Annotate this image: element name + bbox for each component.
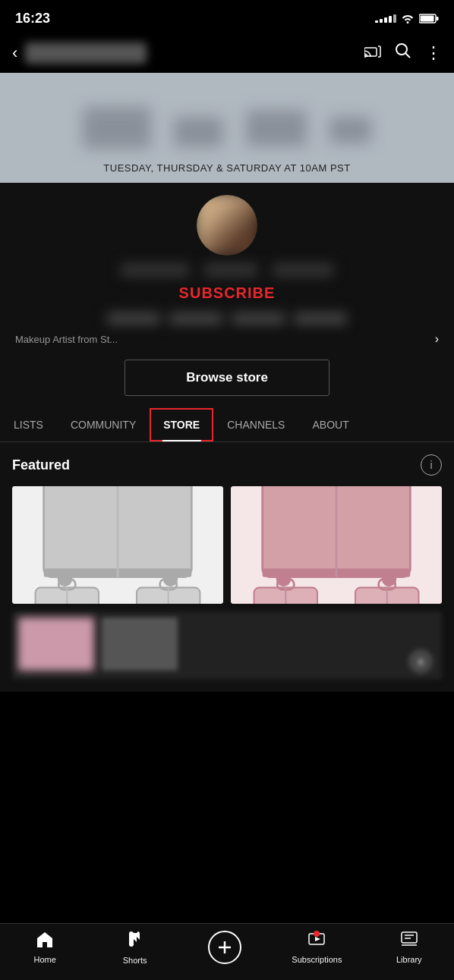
profile-section: SUBSCRIBE Makeup Artist from St... › Bro…: [0, 183, 454, 408]
create-button[interactable]: [208, 931, 241, 964]
product-card-pink[interactable]: [231, 486, 442, 604]
library-icon: [400, 931, 418, 952]
scroll-up-button[interactable]: ∧: [408, 649, 433, 674]
shorts-icon: [126, 930, 144, 953]
svg-rect-2: [437, 17, 439, 20]
signal-icon: [375, 14, 396, 23]
store-content: Featured i: [0, 442, 454, 692]
top-nav: ‹ ⋮: [0, 33, 454, 73]
status-icons: [375, 13, 439, 24]
nav-item-shorts[interactable]: Shorts: [112, 930, 158, 965]
svg-point-4: [396, 44, 407, 55]
nav-left: ‹: [12, 42, 147, 64]
home-label: Home: [34, 955, 56, 964]
product-image-grey: [12, 486, 223, 604]
back-button[interactable]: ‹: [12, 43, 17, 63]
svg-rect-36: [402, 932, 417, 943]
channel-banner: TUESDAY, THURSDAY & SATURDAY AT 10AM PST: [0, 73, 454, 183]
product-card-grey[interactable]: [12, 486, 223, 604]
banner-content: [83, 107, 371, 149]
strip-thumbnail-1: [18, 617, 94, 671]
description-text: Makeup Artist from St...: [15, 334, 118, 345]
search-button[interactable]: [395, 42, 411, 64]
subscriptions-label: Subscriptions: [292, 955, 342, 964]
shorts-label: Shorts: [123, 956, 147, 965]
subscribe-button[interactable]: SUBSCRIBE: [179, 284, 276, 302]
tab-lists[interactable]: LISTS: [0, 408, 57, 441]
bottom-nav: Home Shorts Subs: [0, 923, 454, 980]
channel-name: [25, 42, 147, 64]
channel-avatar: [197, 195, 257, 256]
nav-item-library[interactable]: Library: [386, 931, 432, 964]
nav-right: ⋮: [364, 42, 442, 64]
featured-title: Featured: [12, 457, 70, 473]
nav-item-create[interactable]: [202, 931, 247, 964]
home-icon: [36, 931, 54, 952]
channel-tabs: LISTS COMMUNITY STORE CHANNELS ABOUT: [0, 408, 454, 442]
strip-thumbnail-2: [102, 617, 178, 671]
strip-content: [12, 611, 442, 680]
channel-description: Makeup Artist from St... ›: [0, 332, 454, 346]
channel-links: [107, 313, 347, 325]
status-bar: 16:23: [0, 0, 454, 33]
tab-community[interactable]: COMMUNITY: [57, 408, 150, 441]
featured-header: Featured i: [12, 454, 442, 476]
tab-about[interactable]: ABOUT: [298, 408, 362, 441]
grey-luggage-svg: [12, 486, 223, 604]
product-image-pink: [231, 486, 442, 604]
tab-store[interactable]: STORE: [150, 408, 213, 441]
expand-description-icon[interactable]: ›: [435, 332, 439, 346]
nav-item-subscriptions[interactable]: Subscriptions: [292, 931, 342, 964]
svg-marker-35: [315, 937, 320, 941]
browse-store-button[interactable]: Browse store: [125, 360, 329, 396]
more-button[interactable]: ⋮: [425, 43, 442, 63]
status-time: 16:23: [15, 11, 50, 27]
product-grid: [12, 486, 442, 604]
featured-info-button[interactable]: i: [421, 454, 442, 476]
nav-item-home[interactable]: Home: [22, 931, 68, 964]
tab-channels[interactable]: CHANNELS: [213, 408, 298, 441]
library-label: Library: [396, 955, 422, 964]
wifi-icon: [401, 13, 415, 24]
content-strip: ∧: [12, 611, 442, 680]
channel-stats: [121, 263, 333, 277]
svg-line-5: [406, 54, 411, 58]
battery-icon: [419, 14, 439, 24]
banner-schedule-text: TUESDAY, THURSDAY & SATURDAY AT 10AM PST: [0, 162, 454, 174]
svg-rect-1: [421, 15, 434, 21]
pink-luggage-svg: [231, 486, 442, 604]
cast-button[interactable]: [364, 43, 381, 63]
